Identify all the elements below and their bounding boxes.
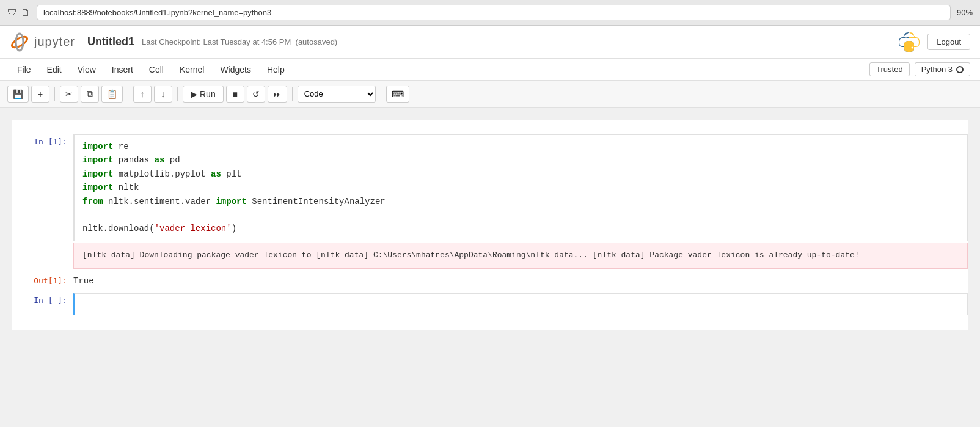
toolbar-separator-3: [177, 87, 178, 101]
jupyter-logo: jupyter: [10, 32, 75, 52]
keyboard-shortcuts-button[interactable]: ⌨: [386, 86, 409, 103]
add-cell-button[interactable]: +: [31, 86, 49, 103]
restart-button[interactable]: ↺: [247, 86, 265, 103]
notebook-title[interactable]: Untitled1: [87, 35, 134, 48]
svg-point-2: [905, 35, 907, 37]
run-label: Run: [200, 89, 216, 99]
shield-icon: 🛡: [7, 7, 17, 18]
cell-1-code: import re import pandas as pd import mat…: [82, 140, 960, 236]
checkpoint-info: Last Checkpoint: Last Tuesday at 4:56 PM…: [142, 37, 337, 46]
cell-1-body: import re import pandas as pd import mat…: [73, 134, 968, 269]
menu-widgets[interactable]: Widgets: [213, 62, 258, 77]
paste-button[interactable]: 📋: [101, 86, 123, 103]
run-icon: ▶: [191, 89, 197, 99]
menu-edit[interactable]: Edit: [40, 62, 69, 77]
kernel-status-circle: [956, 66, 964, 73]
menu-file[interactable]: File: [10, 62, 38, 77]
cut-button[interactable]: ✂: [60, 86, 78, 103]
cell-2-prompt: In [ ]:: [12, 293, 73, 315]
notebook-inner: In [1]: import re import pandas as pd im…: [12, 120, 968, 330]
jupyter-header: jupyter Untitled1 Last Checkpoint: Last …: [0, 26, 980, 59]
menu-cell[interactable]: Cell: [142, 62, 171, 77]
move-up-button[interactable]: ↑: [133, 86, 152, 103]
interrupt-button[interactable]: ■: [226, 86, 244, 103]
toolbar: 💾 + ✂ ⧉ 📋 ↑ ↓ ▶ Run ■ ↺ ⏭ Code Markdown …: [0, 81, 980, 108]
cell-1-prompt: In [1]:: [12, 134, 73, 269]
copy-button[interactable]: ⧉: [81, 86, 99, 103]
menu-insert[interactable]: Insert: [104, 62, 141, 77]
cell-1-out-prompt: Out[1]:: [12, 274, 73, 288]
address-bar[interactable]: localhost:8889/notebooks/Untitled1.ipynb…: [37, 5, 951, 20]
cell-1-out-body: True: [73, 274, 968, 288]
header-right: Logout: [898, 31, 970, 53]
svg-point-0: [10, 34, 29, 49]
page-icon: 🗋: [21, 7, 31, 18]
menu-view[interactable]: View: [70, 62, 103, 77]
cell-1-input[interactable]: import re import pandas as pd import mat…: [73, 134, 968, 241]
menu-help[interactable]: Help: [260, 62, 292, 77]
cell-2-body: [73, 293, 968, 315]
jupyter-logo-icon: [10, 32, 29, 52]
move-down-button[interactable]: ↓: [154, 86, 172, 103]
notebook-content: In [1]: import re import pandas as pd im…: [0, 108, 980, 427]
run-button[interactable]: ▶ Run: [183, 86, 224, 103]
toolbar-separator-1: [54, 87, 55, 101]
jupyter-logo-text: jupyter: [34, 35, 75, 49]
trusted-button[interactable]: Trusted: [869, 62, 910, 76]
cell-1-out-value: True: [73, 274, 968, 288]
cell-1-output: [nltk_data] Downloading package vader_le…: [73, 243, 968, 269]
menu-kernel[interactable]: Kernel: [172, 62, 211, 77]
kernel-indicator: Python 3: [915, 62, 970, 76]
cell-2: In [ ]:: [12, 291, 968, 318]
logout-button[interactable]: Logout: [927, 34, 970, 50]
restart-run-button[interactable]: ⏭: [268, 86, 287, 103]
python-logo: [898, 31, 920, 53]
svg-point-1: [16, 34, 23, 51]
menu-bar: File Edit View Insert Cell Kernel Widget…: [0, 59, 980, 81]
cell-2-input[interactable]: [73, 293, 968, 315]
save-button[interactable]: 💾: [7, 86, 29, 103]
zoom-indicator: 90%: [957, 8, 973, 17]
cell-type-select[interactable]: Code Markdown Raw NBConvert Heading: [298, 86, 376, 103]
cell-1: In [1]: import re import pandas as pd im…: [12, 132, 968, 271]
toolbar-separator-4: [292, 87, 293, 101]
toolbar-separator-5: [381, 87, 381, 101]
browser-bar: 🛡 🗋 localhost:8889/notebooks/Untitled1.i…: [0, 0, 980, 26]
kernel-name: Python 3: [921, 65, 953, 74]
toolbar-separator-2: [128, 87, 128, 101]
svg-point-3: [912, 46, 913, 48]
menu-right: Trusted Python 3: [869, 62, 970, 76]
browser-icons: 🛡 🗋: [7, 7, 31, 18]
cell-1-out-row: Out[1]: True: [12, 271, 968, 291]
